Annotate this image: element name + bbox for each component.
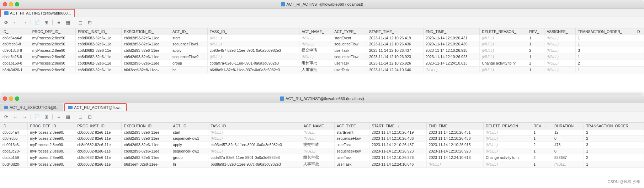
minimize-button-2[interactable]: [9, 96, 13, 101]
table-cell: cb8d2d93-82e6-11ee: [122, 54, 170, 60]
table-cell: (NULL): [208, 148, 301, 154]
col-start: START_TIME_ ↑: [367, 28, 423, 35]
filter-btn-2[interactable]: ⊞: [42, 113, 50, 121]
table-cell: 1: [584, 148, 644, 154]
table-row[interactable]: cbdab159-8myProcess:2:8ee90cb8d0682-82e6…: [0, 60, 644, 67]
table-cell: sequenceFlow2: [170, 54, 208, 60]
table-cell: b6d3eeff-82e8-11ee-: [122, 67, 170, 73]
table-cell: 2: [584, 136, 644, 142]
table-cell: cb8d0682-82e6-11e: [75, 54, 122, 60]
grid-btn-2[interactable]: ▦: [64, 113, 72, 121]
col-exec: EXECUTION_ID_: [122, 28, 170, 35]
table-cell: cb9013c6-8: [0, 47, 30, 54]
import-btn-1[interactable]: ⊡: [86, 18, 94, 26]
table-cell: (NULL): [299, 35, 332, 41]
new-btn-2[interactable]: 📄: [33, 113, 41, 121]
tabs-bar-1: ACT_HI_ACTINST@flowable660...: [0, 9, 644, 17]
table-cell: 提交申请: [301, 142, 334, 148]
table-cell: 1: [584, 161, 644, 168]
title-bar-1: ACT_HI_ACTINST@flowable660 (localhost): [0, 0, 644, 9]
table-row[interactable]: b6d43d20-myProcess:2:8ee90.cb8d0682-82e6…: [0, 161, 644, 168]
table-row[interactable]: cbda3c28-8myProcess:2:8ee90cb8d0682-82e6…: [0, 54, 644, 60]
col2-id: ID_: [0, 123, 28, 129]
col2-act: ACT_ID_: [171, 123, 208, 129]
table-row[interactable]: cb8fecb5-8myProcess:2:8ee90cb8d0682-82e6…: [0, 41, 644, 47]
table-cell: 2023-11-14 12:10:26.915: [423, 47, 480, 54]
window-2: ACT_RU_ACTINST@flowable660 (localhost) A…: [0, 94, 644, 188]
table-cell: myProcess:2:8ee90: [30, 35, 75, 41]
table-row[interactable]: cbda3c28-myProcess:2:8ee90.cb8d0682-82e6…: [0, 148, 644, 154]
close-button-1[interactable]: [3, 2, 7, 6]
back-btn-1[interactable]: ←: [11, 18, 19, 26]
new-btn-1[interactable]: 📄: [33, 18, 41, 26]
table-cell: myProcess:2:8ee90: [30, 67, 75, 73]
tab-ru-execution[interactable]: ACT_RU_EXECUTION@fl...: [0, 104, 63, 111]
table-cell: (NULL): [301, 136, 334, 142]
table-row[interactable]: cb9013c6-myProcess:2:8ee90.cb8d0682-82e6…: [0, 142, 644, 148]
list-btn-2[interactable]: ≡: [55, 113, 63, 121]
maximize-button-1[interactable]: [15, 2, 19, 6]
table-cell: myProcess:2:8ee90: [30, 41, 75, 47]
table-row[interactable]: b6d43d20-1myProcess:2:8ee90cb8d0682-82e6…: [0, 67, 644, 73]
table-cell: apply: [171, 142, 208, 148]
col2-rev: REV_ ↓: [531, 123, 552, 129]
minimize-button-1[interactable]: [9, 2, 13, 6]
table-cell: 2023-11-14 12:10:26.437: [367, 47, 423, 54]
col2-start: START_TIME_ ↑: [369, 123, 426, 129]
table-row[interactable]: cb8d54a4-8myProcess:2:8ee90cb8d0682-82e6…: [0, 35, 644, 41]
grid-btn-1[interactable]: ▦: [64, 18, 72, 26]
table-cell: 1: [575, 67, 635, 73]
table-cell: cb8d2d93-82e6-11ee: [122, 35, 170, 41]
table-row[interactable]: cb8d54a4-myProcess:2:8ee90.cb8d0682-82e6…: [0, 129, 644, 136]
table-cell: userTask: [334, 142, 369, 148]
table-cell: myProcess:2:8ee90: [30, 54, 75, 60]
table-row[interactable]: cb8fecb5-myProcess:2:8ee90.cb8d0682-82e6…: [0, 136, 644, 142]
filter-btn-1[interactable]: ⊞: [42, 18, 50, 26]
table-row[interactable]: cb9013c6-8myProcess:2:8ee90cb8d0682-82e6…: [0, 47, 644, 54]
col2-proc-def: PROC_DEF_ID_: [28, 123, 75, 129]
col2-delete: DELETE_REASON_: [483, 123, 531, 129]
table-cell: Change activity to hr: [480, 60, 527, 67]
table-cell: 1: [527, 35, 544, 41]
table-cell: (NULL): [207, 41, 299, 47]
table-cell: myProcess:2:8ee90.: [28, 129, 75, 136]
refresh-btn-2[interactable]: ⟳: [2, 113, 10, 121]
table-cell: cb8d2d93-82e6-11ee: [122, 47, 170, 54]
col-id: ID_: [0, 28, 30, 35]
col2-act-name: ACT_NAME_: [301, 123, 334, 129]
table-cell: 2023-11-14 12:10:26.436: [426, 136, 483, 142]
divider-2b: [52, 114, 53, 120]
forward-btn-2[interactable]: →: [21, 113, 28, 121]
table-cell: 人事审批: [299, 67, 332, 73]
tab-actinst-hi[interactable]: ACT_HI_ACTINST@flowable660...: [0, 9, 75, 17]
table-row[interactable]: cbdab159-myProcess:2:8ee90.cb8d0682-82e6…: [0, 154, 644, 161]
table-cell: userTask: [334, 161, 369, 168]
maximize-button-2[interactable]: [15, 96, 19, 101]
table-cell: 0: [552, 148, 584, 154]
table-cell: myProcess:2:8ee90.: [28, 136, 75, 142]
export-btn-2[interactable]: ◻: [76, 113, 84, 121]
table-cell: 1: [531, 148, 552, 154]
list-btn-1[interactable]: ≡: [55, 18, 63, 26]
table-cell: 0: [552, 136, 584, 142]
table-cell: cb8fecb5-: [0, 136, 28, 142]
table-cell: 2023-11-14 12:24:10.613: [423, 60, 480, 67]
export-btn-1[interactable]: ◻: [76, 18, 84, 26]
refresh-btn-1[interactable]: ⟳: [2, 18, 10, 26]
table-cell: 提交申请: [299, 47, 332, 54]
table-cell: b6d8a9f1-82e8-11ee-937c-0a0a3d6982e3: [208, 161, 301, 168]
tab-ru-actinst[interactable]: ACT_RU_ACTINST@flow...: [64, 103, 127, 111]
forward-btn-1[interactable]: →: [21, 18, 28, 26]
table-cell: (NULL): [483, 161, 531, 168]
traffic-lights-2: [3, 96, 19, 101]
table-cell: cb8d0682-82e6-11e: [75, 148, 122, 154]
table-cell: (NULL): [544, 54, 576, 60]
table-cell: cb8d2d93-82e6-11ee: [122, 129, 171, 136]
back-btn-2[interactable]: ←: [11, 113, 19, 121]
import-btn-2[interactable]: ⊡: [86, 113, 94, 121]
col2-end: END_TIME_: [426, 123, 483, 129]
table-2: ID_ PROC_DEF_ID_ PROC_INST_ID_ EXECUTION…: [0, 122, 644, 188]
table-cell: cb8d2d93-82e6-11ee: [122, 60, 170, 67]
tab-icon-2a: [4, 106, 8, 109]
close-button-2[interactable]: [3, 96, 7, 101]
